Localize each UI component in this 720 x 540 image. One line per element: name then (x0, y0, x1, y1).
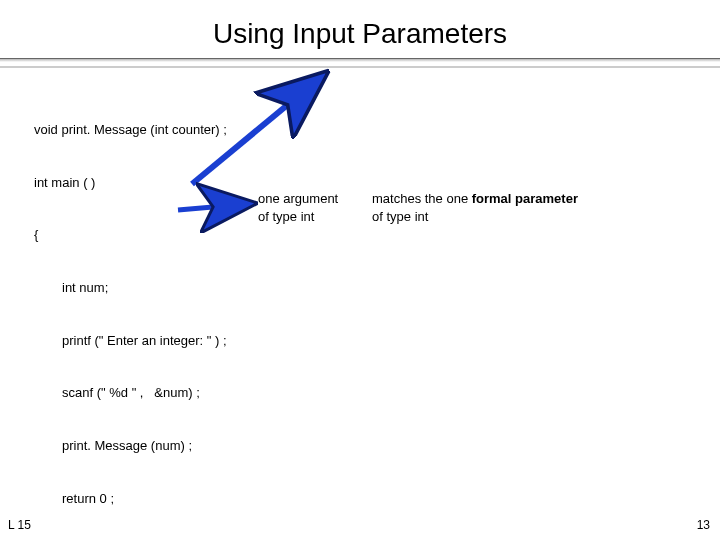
title-rule (0, 58, 720, 62)
slide-title: Using Input Parameters (0, 18, 720, 50)
footer-left: L 15 (8, 518, 31, 532)
arrow-to-call-icon (0, 86, 400, 286)
title-rule-shadow (0, 66, 720, 68)
footer-page-number: 13 (697, 518, 710, 532)
slide-content: void print. Message (int counter) ; int … (0, 86, 720, 540)
svg-line-1 (178, 204, 248, 210)
code-line: return 0 ; (34, 490, 720, 508)
code-line: printf (" Enter an integer: " ) ; (34, 332, 720, 350)
code-line: print. Message (num) ; (34, 437, 720, 455)
code-line: scanf (" %d " , &num) ; (34, 384, 720, 402)
